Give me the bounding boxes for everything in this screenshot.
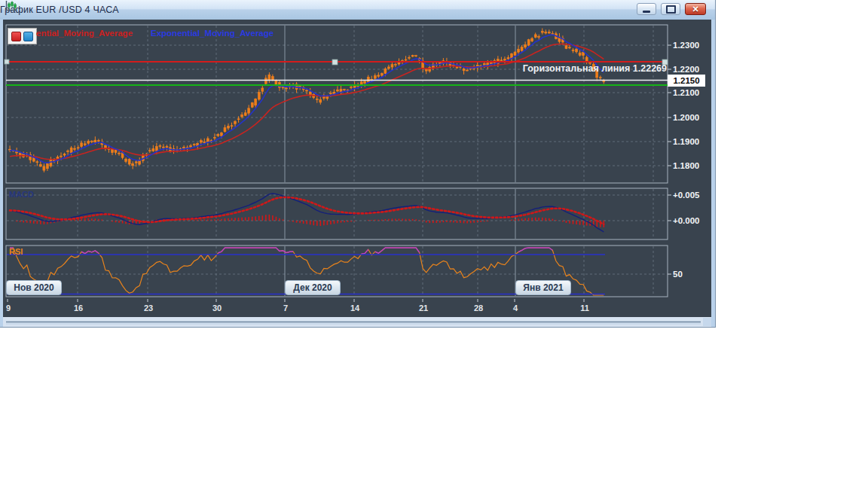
price-tick: 1.2000 xyxy=(673,113,699,122)
price-tick: 1.1900 xyxy=(673,137,699,146)
month-badge-dec: Дек 2020 xyxy=(285,280,341,295)
rsi-label: RSI xyxy=(9,247,23,256)
x-tick: 16 xyxy=(74,303,83,313)
maximize-button[interactable] xyxy=(661,3,680,15)
x-tick: 11 xyxy=(580,303,589,313)
rsi-tick: 50 xyxy=(673,270,683,279)
price-tick: 1.1800 xyxy=(673,161,699,170)
legend-ema-blue: Exponential_Moving_Average xyxy=(151,29,274,38)
maximize-icon xyxy=(666,5,676,14)
x-tick: 7 xyxy=(283,303,288,313)
price-tick: 1.2100 xyxy=(673,88,699,97)
minimize-icon xyxy=(643,11,650,13)
close-button[interactable]: ✕ xyxy=(685,3,706,15)
macd-label: MACD xyxy=(9,190,34,199)
titlebar[interactable]: График EUR /USD 4 ЧАСА ✕ xyxy=(0,0,715,20)
legend-ema-red: ential_Moving_Average xyxy=(36,29,133,38)
price-tick: 1.2200 xyxy=(673,65,699,74)
minimize-button[interactable] xyxy=(637,3,656,15)
red-swatch-button[interactable] xyxy=(11,32,21,41)
blue-swatch-button[interactable] xyxy=(23,32,33,41)
app-icon xyxy=(5,0,18,12)
current-price-badge: 1.2150 xyxy=(668,75,705,87)
close-icon: ✕ xyxy=(692,5,698,14)
indicator-swatch-panel xyxy=(8,28,37,44)
chart-window: График EUR /USD 4 ЧАСА ✕ xyxy=(0,0,715,327)
month-badge-jan: Янв 2021 xyxy=(515,280,571,295)
x-tick: 23 xyxy=(144,303,153,313)
month-badge-nov: Нов 2020 xyxy=(6,280,62,295)
x-tick: 30 xyxy=(212,303,222,313)
x-tick: 21 xyxy=(419,303,428,313)
price-tick: 1.2300 xyxy=(673,41,699,50)
hline-label: Горизонтальная линия 1.22269 xyxy=(418,63,667,74)
x-tick: 9 xyxy=(6,303,11,313)
chart-canvas[interactable] xyxy=(0,0,715,327)
macd-tick: +0.005 xyxy=(673,191,700,200)
x-tick: 4 xyxy=(513,303,518,313)
x-tick: 14 xyxy=(350,303,359,313)
macd-tick: +0.000 xyxy=(673,216,700,225)
resize-grip[interactable] xyxy=(703,318,711,326)
x-tick: 28 xyxy=(474,303,483,313)
